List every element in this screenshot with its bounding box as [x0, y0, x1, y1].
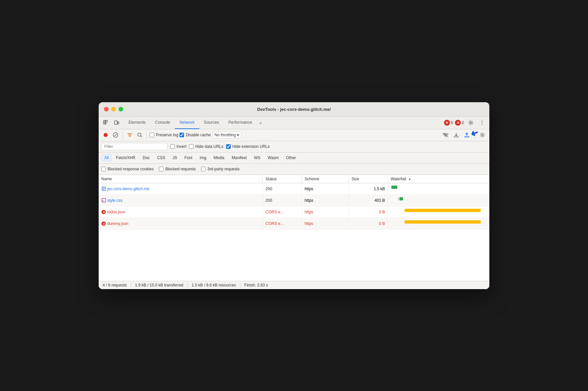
hide-extension-urls-checkbox[interactable] [226, 144, 231, 149]
record-button[interactable] [101, 131, 110, 139]
preserve-log-checkbox[interactable] [150, 133, 154, 137]
more-options-icon[interactable] [477, 118, 487, 127]
col-status[interactable]: Status [263, 175, 302, 183]
table-row[interactable]: jec-cors-demo.glitch.me 200 https 1.5 kB [99, 183, 489, 195]
tab-elements[interactable]: Elements [124, 116, 150, 129]
col-waterfall[interactable]: Waterfall ▲ [388, 175, 489, 183]
network-table-area: Name Status Scheme Size [99, 175, 489, 281]
scheme-cell: https [302, 218, 349, 229]
waterfall-cell [388, 218, 489, 229]
network-table: Name Status Scheme Size [99, 175, 489, 230]
svg-point-7 [470, 122, 472, 124]
scheme-cell: https [302, 183, 349, 195]
error-badge-2: ✕ 2 [455, 120, 464, 126]
css-icon: # [101, 198, 106, 203]
search-icon[interactable] [135, 131, 144, 139]
size-cell: 1.5 kB [349, 183, 388, 195]
name-cell: # style.css [99, 195, 263, 206]
svg-point-9 [482, 122, 482, 123]
waterfall-cell [388, 195, 489, 206]
clear-button[interactable] [111, 131, 120, 139]
export-icon[interactable] [452, 131, 461, 139]
hide-data-urls-checkbox-label[interactable]: Hide data URLs [189, 144, 223, 149]
disable-cache-checkbox[interactable] [179, 133, 184, 137]
error-icon-2: ✕ [455, 120, 461, 126]
blocked-cookies-checkbox[interactable] [101, 167, 106, 171]
svg-rect-2 [106, 120, 107, 122]
type-filter-doc[interactable]: Doc [140, 154, 153, 161]
type-filter-img[interactable]: Img [197, 154, 209, 161]
type-filter-other[interactable]: Other [283, 154, 299, 161]
type-filter-wasm[interactable]: Wasm [265, 154, 282, 161]
network-settings-icon[interactable] [478, 131, 487, 139]
third-party-checkbox[interactable] [201, 167, 206, 171]
window-title: DevTools - jec-cors-demo.glitch.me/ [257, 107, 331, 112]
svg-point-8 [482, 121, 482, 121]
svg-rect-0 [104, 120, 105, 122]
network-conditions-icon[interactable] [441, 131, 450, 139]
minimize-button[interactable] [111, 107, 116, 111]
name-cell: ✕ dummy.json [99, 218, 263, 229]
svg-text:✕: ✕ [103, 222, 105, 225]
type-filter-media[interactable]: Media [211, 154, 227, 161]
third-party-label[interactable]: 3rd-party requests [201, 167, 239, 171]
throttle-select[interactable]: No throttling ▾ [212, 132, 242, 138]
tab-sources[interactable]: Sources [199, 116, 224, 129]
col-scheme[interactable]: Scheme [302, 175, 349, 183]
status-transferred: 1.9 kB / 10.0 kB transferred [131, 283, 188, 287]
name-cell: ✕ todos.json [99, 206, 263, 218]
blocked-cookies-label[interactable]: Blocked response cookies [101, 167, 154, 171]
blocked-requests-label[interactable]: Blocked requests [159, 167, 196, 171]
type-filter-font[interactable]: Font [181, 154, 195, 161]
filter-icon[interactable] [125, 131, 134, 139]
tab-console[interactable]: Console [150, 116, 175, 129]
close-button[interactable] [104, 107, 109, 111]
tab-more-button[interactable]: » [257, 116, 264, 129]
table-row[interactable]: # style.css 200 https 401 B [99, 195, 489, 206]
devtools-inspect-icon[interactable] [101, 118, 111, 127]
filter-input[interactable] [101, 143, 168, 150]
svg-point-16 [445, 136, 446, 137]
divider-1 [122, 131, 123, 139]
blocked-requests-checkbox[interactable] [159, 167, 164, 171]
type-filter-all[interactable]: All [101, 154, 112, 161]
disable-cache-checkbox-label[interactable]: Disable cache [179, 133, 211, 137]
invert-checkbox[interactable] [170, 144, 175, 149]
name-cell: jec-cors-demo.glitch.me [99, 183, 263, 195]
scheme-cell: https [302, 195, 349, 206]
devtools-window: DevTools - jec-cors-demo.glitch.me/ [99, 102, 489, 289]
waterfall-cell [388, 183, 489, 195]
device-toolbar-icon[interactable] [112, 118, 121, 127]
col-size[interactable]: Size [349, 175, 388, 183]
svg-point-11 [104, 133, 108, 137]
status-bar: 4 / 6 requests 1.9 kB / 10.0 kB transfer… [99, 281, 489, 289]
status-cell: 200 [263, 183, 302, 195]
type-filter-ws[interactable]: WS [251, 154, 263, 161]
waterfall-cell [388, 206, 489, 218]
svg-text:#: # [102, 200, 104, 202]
hide-extension-urls-checkbox-label[interactable]: Hide extension URLs [226, 144, 270, 149]
table-row[interactable]: ✕ dummy.json CORS e... https 0 B [99, 218, 489, 229]
tab-performance[interactable]: Performance [224, 116, 257, 129]
col-name[interactable]: Name [99, 175, 263, 183]
svg-rect-5 [115, 121, 117, 124]
status-cell: CORS e... [263, 206, 302, 218]
size-cell: 0 B [349, 218, 388, 229]
error-icon-1: ✕ [444, 120, 450, 126]
invert-checkbox-label[interactable]: Invert [170, 144, 186, 149]
preserve-log-checkbox-label[interactable]: Preserve log [150, 133, 178, 137]
table-row[interactable]: ✕ todos.json CORS e... https 0 B [99, 206, 489, 218]
tab-bar-right: ✕ 5 ✕ 2 [444, 118, 487, 127]
svg-point-10 [482, 124, 482, 125]
type-filter-fetch-xhr[interactable]: Fetch/XHR [113, 154, 138, 161]
settings-icon[interactable] [466, 118, 475, 127]
network-toolbar: Preserve log Disable cache No throttling… [99, 129, 489, 141]
hide-data-urls-checkbox[interactable] [189, 144, 194, 149]
type-filter-css[interactable]: CSS [154, 154, 168, 161]
import-icon[interactable] [463, 131, 471, 139]
type-filter-manifest[interactable]: Manifest [229, 154, 250, 161]
type-filter-js[interactable]: JS [170, 154, 180, 161]
svg-text:✕: ✕ [103, 210, 105, 214]
maximize-button[interactable] [119, 107, 123, 111]
tab-network[interactable]: Network [175, 116, 199, 129]
